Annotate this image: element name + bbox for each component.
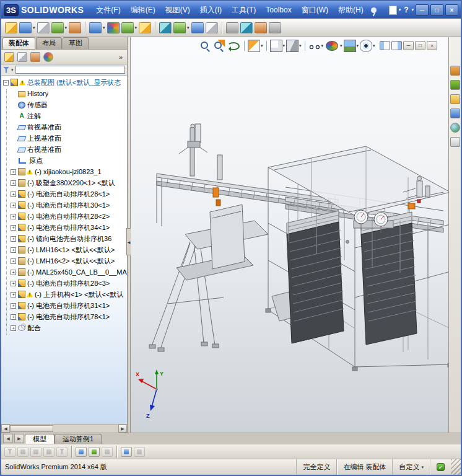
menu-tools[interactable]: 工具(T) xyxy=(227,1,261,19)
edit-appearance-dropdown-icon[interactable]: ▾ xyxy=(340,43,342,48)
view-settings-dropdown-icon[interactable]: ▾ xyxy=(373,43,375,48)
clear-filters-icon[interactable] xyxy=(56,447,68,457)
file-explorer-icon[interactable] xyxy=(450,94,460,104)
menu-window[interactable]: 窗口(W) xyxy=(297,1,333,19)
tree-item-component[interactable]: + (-) 电池壳自动排序机31<1> xyxy=(3,300,127,311)
expand-toggle[interactable]: + xyxy=(11,180,16,186)
tree-item-component[interactable]: + (-) 电池壳自动排序机28<2> xyxy=(3,211,127,222)
split-pane-left-icon[interactable] xyxy=(380,41,390,50)
expand-toggle[interactable]: + xyxy=(11,292,16,298)
edit-component-icon[interactable] xyxy=(5,22,17,33)
bill-of-materials-icon[interactable] xyxy=(191,22,204,33)
tree-item-sensors[interactable]: 传感器 xyxy=(3,99,127,110)
tab-motion-study[interactable]: 运动算例1 xyxy=(54,434,102,444)
section-view-icon[interactable] xyxy=(248,40,260,52)
menu-toolbox[interactable]: Toolbox xyxy=(261,1,296,19)
expand-toggle[interactable]: + xyxy=(11,325,16,331)
expand-toggle[interactable]: + xyxy=(11,281,16,286)
scroll-right-button[interactable]: ▶ xyxy=(118,425,127,433)
window-close-button[interactable]: × xyxy=(445,4,458,15)
custom-properties-icon[interactable] xyxy=(450,137,460,147)
expand-toggle[interactable]: − xyxy=(3,80,9,86)
zoom-fit-icon[interactable] xyxy=(199,40,211,52)
tree-item-origin[interactable]: 原点 xyxy=(3,155,127,166)
panel-more-chevrons[interactable]: » xyxy=(119,53,124,61)
scrollbar-thumb[interactable] xyxy=(10,425,53,432)
magnified-selection-icon[interactable] xyxy=(76,447,87,457)
scrollbar-track[interactable] xyxy=(53,425,118,433)
menu-help[interactable]: 帮助(H) xyxy=(333,1,368,19)
tree-item-component[interactable]: + (-) 电池壳自动排序机34<1> xyxy=(3,222,127,233)
split-pane-right-icon[interactable] xyxy=(391,41,402,50)
help-icon[interactable]: ? xyxy=(403,6,409,14)
tree-filter-input[interactable] xyxy=(15,66,125,74)
isolate-icon[interactable] xyxy=(121,447,132,457)
filter-dropdown-icon[interactable]: ▾ xyxy=(11,68,14,73)
expand-toggle[interactable]: + xyxy=(11,314,16,320)
propertymanager-icon[interactable] xyxy=(17,52,27,62)
menu-view[interactable]: 视图(V) xyxy=(160,1,195,19)
tree-item-root-assembly[interactable]: − ! 总装配图 (默认<默认_显示状态 xyxy=(3,77,127,88)
tab-scroll-left-button[interactable]: ◀ xyxy=(3,434,13,443)
expand-toggle[interactable]: + xyxy=(11,214,16,219)
tree-item-component[interactable]: + (-) 电池壳自动排序机28<3> xyxy=(3,278,127,289)
edit-appearance-icon[interactable] xyxy=(326,41,338,51)
filter-funnel-icon[interactable] xyxy=(3,67,9,73)
large-assembly-mode-icon[interactable] xyxy=(269,22,281,33)
assembly-features-icon[interactable] xyxy=(139,22,151,33)
hide-show-items-icon[interactable] xyxy=(308,40,321,52)
insert-components-icon[interactable] xyxy=(19,22,32,33)
tree-item-component[interactable]: + (-) 电池壳自动排序机28<1> xyxy=(3,188,127,200)
component-pattern-dropdown-icon[interactable]: ▾ xyxy=(65,25,68,30)
tree-item-top-plane[interactable]: 上视基准面 xyxy=(3,133,127,144)
reference-geometry-icon[interactable] xyxy=(159,22,172,33)
appearances-scenes-icon[interactable] xyxy=(450,123,460,133)
view-orientation-icon[interactable] xyxy=(270,40,282,52)
design-library-icon[interactable] xyxy=(450,80,460,90)
tree-item-annotations[interactable]: A 注解 xyxy=(3,110,127,121)
tree-item-component[interactable]: + (-) 吸塑盒380X290<1> <默认 xyxy=(3,177,127,188)
filter-faces-icon[interactable] xyxy=(43,447,54,457)
window-maximize-button[interactable]: □ xyxy=(430,4,443,15)
tab-model[interactable]: 模型 xyxy=(25,434,54,444)
tab-assembly[interactable]: 装配体 xyxy=(2,37,35,49)
tree-item-component[interactable]: + ! (-) 上升机构<1> <默认<<默认 xyxy=(3,289,127,300)
tree-item-component[interactable]: + (-) 镜向电池壳自动排序机36 xyxy=(3,233,127,244)
select-other-icon[interactable] xyxy=(134,447,145,457)
expand-toggle[interactable]: + xyxy=(11,270,16,275)
previous-view-icon[interactable] xyxy=(227,42,240,50)
snap-toggle-icon[interactable] xyxy=(89,447,100,457)
tree-item-right-plane[interactable]: 右视基准面 xyxy=(3,144,127,155)
insert-components-dropdown-icon[interactable]: ▾ xyxy=(33,25,35,30)
menu-edit[interactable]: 编辑(E) xyxy=(126,1,160,19)
hide-show-dropdown-icon[interactable]: ▾ xyxy=(321,43,324,48)
tab-scroll-right-button[interactable]: ▶ xyxy=(14,434,24,443)
smart-fasteners-icon[interactable] xyxy=(69,22,81,33)
featuremanager-tree-icon[interactable] xyxy=(4,52,14,62)
new-motion-study-icon[interactable] xyxy=(173,22,186,33)
configurationmanager-icon[interactable] xyxy=(30,52,40,62)
displaymanager-icon[interactable] xyxy=(43,52,53,62)
tree-item-component[interactable]: + (-) LMH16<2> <默认<<默认> xyxy=(3,255,127,267)
tree-item-component[interactable]: + (-) LMH16<1> <默认<<默认> xyxy=(3,244,127,255)
instant3d-icon[interactable] xyxy=(255,22,267,33)
tab-sketch[interactable]: 草图 xyxy=(63,37,89,49)
display-style-dropdown-icon[interactable]: ▾ xyxy=(299,43,302,48)
view-palette-icon[interactable] xyxy=(450,108,460,118)
document-minimize-button[interactable]: ─ xyxy=(403,41,414,50)
menu-pin-icon[interactable] xyxy=(371,7,377,13)
panel-horizontal-scrollbar[interactable]: ◀ ▶ xyxy=(1,424,127,433)
component-pattern-icon[interactable] xyxy=(51,22,64,33)
filter-toggle-icon[interactable] xyxy=(4,447,15,457)
tree-item-front-plane[interactable]: 前视基准面 xyxy=(3,121,127,133)
tree-item-component[interactable]: + (-) 电池壳自动排序机30<1> xyxy=(3,200,127,211)
apply-scene-dropdown-icon[interactable]: ▾ xyxy=(357,43,359,48)
move-component-dropdown-icon[interactable]: ▾ xyxy=(103,25,105,30)
scroll-left-button[interactable]: ◀ xyxy=(1,425,10,433)
mate-icon[interactable] xyxy=(37,22,50,33)
expand-toggle[interactable]: + xyxy=(11,303,16,309)
menu-insert[interactable]: 插入(I) xyxy=(195,1,227,19)
assembly-visualization-icon[interactable] xyxy=(240,22,253,33)
view-settings-icon[interactable] xyxy=(360,40,372,52)
new-document-icon[interactable] xyxy=(389,6,397,15)
